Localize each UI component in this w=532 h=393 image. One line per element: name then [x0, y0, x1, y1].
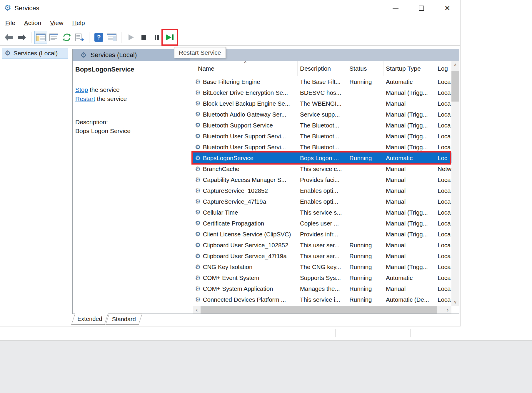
- service-status: [347, 218, 383, 229]
- service-status: [347, 207, 383, 218]
- service-row[interactable]: ⚙ Client License Service (ClipSVC) Provi…: [193, 229, 451, 240]
- close-button[interactable]: ✕: [434, 0, 460, 16]
- scroll-right-button[interactable]: ›: [444, 306, 451, 314]
- service-row[interactable]: ⚙ Capability Access Manager S... Provide…: [193, 174, 451, 185]
- service-log-on-as: Loca: [435, 109, 451, 120]
- maximize-button[interactable]: [408, 0, 434, 16]
- service-row[interactable]: ⚙ Clipboard User Service_102852 This use…: [193, 240, 451, 251]
- service-row[interactable]: ⚙ CaptureService_102852 Enables opti... …: [193, 185, 451, 196]
- horizontal-scrollbar[interactable]: ‹ ›: [193, 306, 451, 314]
- refresh-icon: [62, 33, 71, 42]
- service-row[interactable]: ⚙ CaptureService_47f19a Enables opti... …: [193, 196, 451, 207]
- column-header-description[interactable]: Description: [298, 61, 347, 76]
- description-text: Bops Logon Service: [75, 127, 190, 135]
- minimize-button[interactable]: [383, 0, 408, 16]
- statusbar: [0, 326, 461, 340]
- tab-extended[interactable]: Extended: [71, 314, 108, 325]
- back-button[interactable]: [2, 31, 15, 44]
- service-startup-type: Manual (Trigg...: [383, 142, 435, 152]
- service-name: Bluetooth User Support Servi...: [203, 144, 286, 151]
- service-row[interactable]: ⚙ COM+ Event System Supports Sys... Runn…: [193, 272, 451, 283]
- service-name-cell: ⚙ Base Filtering Engine: [193, 76, 298, 87]
- service-row[interactable]: ⚙ Bluetooth Audio Gateway Ser... Service…: [193, 109, 451, 120]
- service-row[interactable]: ⚙ Base Filtering Engine The Base Filt...…: [193, 76, 451, 87]
- help-button[interactable]: ?: [92, 31, 105, 44]
- service-row[interactable]: ⚙ Bluetooth User Support Servi... The Bl…: [193, 131, 451, 142]
- service-gear-icon: ⚙: [195, 198, 201, 205]
- action-pane-icon: [107, 34, 116, 41]
- service-row[interactable]: ⚙ CNG Key Isolation The CNG key... Runni…: [193, 261, 451, 272]
- start-service-button[interactable]: [124, 31, 137, 44]
- horizontal-scrollbar-thumb[interactable]: [201, 306, 437, 314]
- service-row[interactable]: ⚙ BopsLogonService Bops Logon ... Runnin…: [193, 152, 451, 163]
- tab-standard[interactable]: Standard: [106, 314, 142, 325]
- pane-header-title-area: ⚙ Services (Local): [73, 49, 190, 61]
- service-row[interactable]: ⚙ Connected Devices Platform ... This se…: [193, 294, 451, 305]
- service-status: Running: [347, 76, 383, 87]
- service-row[interactable]: ⚙ Block Level Backup Engine Se... The WB…: [193, 98, 451, 109]
- service-row[interactable]: ⚙ Bluetooth User Support Servi... The Bl…: [193, 142, 451, 152]
- forward-button[interactable]: [15, 31, 28, 44]
- vertical-scrollbar-thumb[interactable]: [451, 71, 459, 102]
- service-row[interactable]: ⚙ Cellular Time This service s... Manual…: [193, 207, 451, 218]
- desktop-background-area: [0, 340, 532, 393]
- service-name: Bluetooth Support Service: [203, 122, 273, 129]
- menu-help[interactable]: Help: [72, 19, 85, 26]
- scroll-down-button[interactable]: ∨: [451, 298, 459, 306]
- menu-file[interactable]: File: [5, 19, 15, 26]
- service-log-on-as: Loca: [435, 207, 451, 218]
- vertical-scrollbar[interactable]: ∧ ∨: [451, 61, 459, 306]
- menu-action[interactable]: Action: [24, 19, 41, 26]
- column-header-startup-type[interactable]: Startup Type: [383, 61, 435, 76]
- service-description: The Bluetoot...: [298, 142, 347, 152]
- service-row[interactable]: ⚙ BitLocker Drive Encryption Se... BDESV…: [193, 87, 451, 98]
- service-name: Block Level Backup Engine Se...: [203, 100, 290, 107]
- service-description: The WBENGI...: [298, 98, 347, 109]
- restart-service-button[interactable]: [163, 31, 176, 44]
- selected-service-name: BopsLogonService: [75, 66, 190, 73]
- column-header-status[interactable]: Status: [347, 61, 383, 76]
- service-row[interactable]: ⚙ BranchCache This service c... Manual N…: [193, 163, 451, 174]
- scroll-left-button[interactable]: ‹: [193, 306, 201, 314]
- service-status: Running: [347, 261, 383, 272]
- service-log-on-as: Loca: [435, 294, 451, 305]
- column-header-name[interactable]: ^ Name: [193, 61, 298, 76]
- service-description: Provides faci...: [298, 174, 347, 185]
- service-row[interactable]: ⚙ Clipboard User Service_47f19a This use…: [193, 251, 451, 261]
- service-log-on-as: Loca: [435, 283, 451, 294]
- service-gear-icon: ⚙: [195, 253, 201, 259]
- stop-service-link[interactable]: Stop: [75, 86, 88, 93]
- service-name: Clipboard User Service_47f19a: [203, 253, 287, 260]
- show-hide-action-pane-button[interactable]: [105, 31, 118, 44]
- sort-ascending-icon: ^: [244, 61, 246, 66]
- restart-service-link[interactable]: Restart: [75, 95, 95, 102]
- maximize-icon: [419, 6, 424, 11]
- service-gear-icon: ⚙: [195, 275, 201, 281]
- service-description: Bops Logon ...: [298, 152, 347, 163]
- scroll-up-button[interactable]: ∧: [451, 61, 459, 69]
- service-row[interactable]: ⚙ COM+ System Application Manages the...…: [193, 283, 451, 294]
- service-gear-icon: ⚙: [195, 209, 201, 216]
- service-description: BDESVC hos...: [298, 87, 347, 98]
- restart-link-suffix: the service: [95, 95, 127, 102]
- service-row[interactable]: ⚙ Certificate Propagation Copies user ..…: [193, 218, 451, 229]
- service-name-cell: ⚙ BitLocker Drive Encryption Se...: [193, 87, 298, 98]
- service-status: [347, 174, 383, 185]
- refresh-button[interactable]: [60, 31, 73, 44]
- service-name-cell: ⚙ Bluetooth User Support Servi...: [193, 142, 298, 152]
- pause-service-button[interactable]: [150, 31, 163, 44]
- stop-service-button[interactable]: [137, 31, 150, 44]
- service-row[interactable]: ⚙ Bluetooth Support Service The Bluetoot…: [193, 120, 451, 131]
- service-status: [347, 163, 383, 174]
- service-description: The CNG key...: [298, 261, 347, 272]
- properties-button[interactable]: [47, 31, 60, 44]
- show-hide-console-tree-button[interactable]: [34, 31, 47, 44]
- service-name-cell: ⚙ Capability Access Manager S...: [193, 174, 298, 185]
- service-startup-type: Manual: [383, 283, 435, 294]
- menu-view[interactable]: View: [50, 19, 63, 26]
- tree-item-services-local[interactable]: ⚙ Services (Local): [2, 48, 68, 59]
- service-startup-type: Manual: [383, 174, 435, 185]
- export-list-button[interactable]: [73, 31, 86, 44]
- service-gear-icon: ⚙: [195, 242, 201, 248]
- service-log-on-as: Loca: [435, 174, 451, 185]
